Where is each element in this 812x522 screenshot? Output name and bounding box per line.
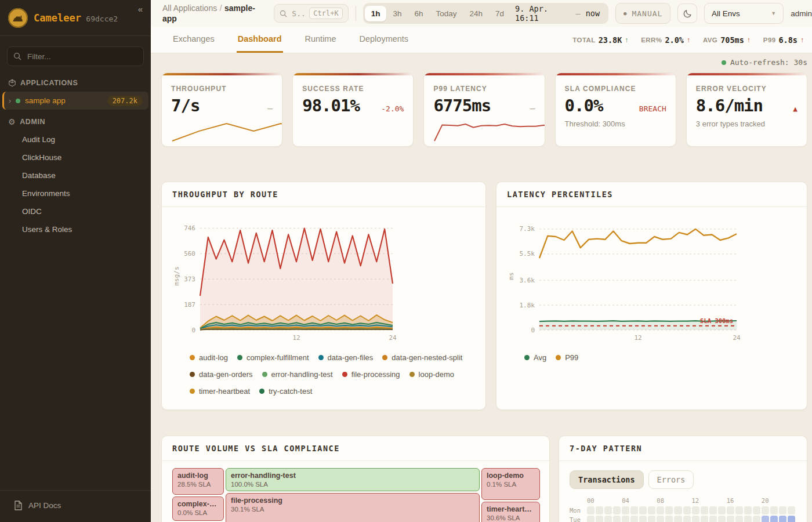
sidebar-filter[interactable]	[7, 46, 144, 66]
legend-item-loop-demo[interactable]: loop-demo	[409, 370, 454, 379]
time-range-1h[interactable]: 1h	[365, 6, 387, 21]
heatmap-cell[interactable]	[718, 506, 726, 514]
heatmap-cell[interactable]	[683, 516, 691, 522]
heatmap-cell[interactable]	[604, 516, 612, 522]
time-range-6h[interactable]: 6h	[408, 6, 429, 21]
heatmap-cell[interactable]	[674, 516, 682, 522]
heatmap-cell[interactable]	[604, 506, 612, 514]
legend-item-data-gen-files[interactable]: data-gen-files	[318, 353, 374, 362]
heatmap-cell[interactable]	[735, 516, 743, 522]
sidebar-item-api-docs[interactable]: API Docs	[0, 490, 151, 522]
heatmap-cell[interactable]	[744, 506, 752, 514]
heatmap-cell[interactable]	[622, 516, 629, 522]
heatmap-cell[interactable]	[744, 516, 752, 522]
legend-item-data-gen-nested-split[interactable]: data-gen-nested-split	[382, 353, 462, 362]
manual-refresh-button[interactable]: ● MANUAL	[615, 3, 670, 24]
sidebar-item-environments[interactable]: Environments	[0, 184, 151, 202]
legend-item-file-processing[interactable]: file-processing	[342, 370, 400, 379]
heatmap-cell[interactable]	[674, 506, 682, 514]
treemap-cell-file-processing[interactable]: file-processing30.1% SLA	[226, 493, 480, 522]
heatmap-cell[interactable]	[639, 506, 647, 514]
legend-item-try-catch-test[interactable]: try-catch-test	[259, 387, 312, 396]
global-search[interactable]: Ctrl+K	[274, 4, 348, 23]
treemap-cell-loop-demo[interactable]: loop-demo0.1% SLA	[481, 468, 540, 500]
heatmap-cell[interactable]	[770, 516, 778, 522]
heatmap-cell[interactable]	[718, 516, 726, 522]
heatmap-cell[interactable]	[683, 506, 691, 514]
heatmap-cell[interactable]	[709, 516, 717, 522]
legend-item-p99[interactable]: P99	[556, 353, 578, 362]
tab-exchanges[interactable]: Exchanges	[172, 27, 216, 53]
heatmap-cell[interactable]	[613, 516, 621, 522]
sidebar-filter-input[interactable]	[26, 52, 137, 61]
heatmap-cell[interactable]	[665, 506, 673, 514]
treemap-cell-complex-fulfillment[interactable]: complex-fulfillment0.0% SLA	[172, 496, 224, 521]
heatmap-cell[interactable]	[762, 516, 769, 522]
sidebar-item-database[interactable]: Database	[0, 166, 151, 184]
throughput-panel-header: THROUGHPUT BY ROUTE	[162, 182, 485, 207]
heatmap-cell[interactable]	[648, 516, 655, 522]
treemap-cell-audit-log[interactable]: audit-log28.5% SLA	[172, 468, 224, 495]
heatmap-cell[interactable]	[630, 516, 638, 522]
heatmap-cell[interactable]	[727, 516, 734, 522]
heatmap-cell[interactable]	[639, 516, 647, 522]
heatmap-cell[interactable]	[596, 506, 603, 514]
tab-runtime[interactable]: Runtime	[304, 27, 338, 53]
sidebar-item-sample-app[interactable]: › sample app 207.2k	[2, 92, 148, 110]
breadcrumb-all-applications[interactable]: All Applications	[162, 3, 217, 13]
tab-dashboard[interactable]: Dashboard	[237, 27, 283, 53]
sidebar-item-users-roles[interactable]: Users & Roles	[0, 220, 151, 238]
legend-item-data-gen-orders[interactable]: data-gen-orders	[190, 370, 253, 379]
heatmap-cell[interactable]	[788, 516, 795, 522]
heatmap-cell[interactable]	[692, 516, 699, 522]
heatmap-cell[interactable]	[587, 506, 594, 514]
legend-item-avg[interactable]: Avg	[524, 353, 546, 362]
heatmap-cell[interactable]	[770, 506, 778, 514]
heatmap-cell[interactable]	[753, 516, 760, 522]
heatmap-cell[interactable]	[779, 506, 786, 514]
sidebar-collapse-button[interactable]: «	[135, 3, 146, 14]
heatmap-cell[interactable]	[788, 506, 795, 514]
heatmap-cell[interactable]	[657, 506, 664, 514]
heatmap-cell[interactable]	[727, 506, 734, 514]
heatmap-cell[interactable]	[753, 506, 760, 514]
heatmap-cell[interactable]	[648, 506, 655, 514]
heatmap-cell[interactable]	[630, 506, 638, 514]
time-range-today[interactable]: Today	[430, 6, 463, 21]
env-select[interactable]: All Envs ▼	[704, 3, 784, 24]
legend-item-audit-log[interactable]: audit-log	[190, 353, 228, 362]
heatmap-cell[interactable]	[587, 516, 594, 522]
heatmap-cell[interactable]	[622, 506, 629, 514]
time-range-custom[interactable]: 9. Apr. 16:11 – now	[510, 4, 607, 23]
heatmap-toggle-errors[interactable]: Errors	[648, 470, 694, 489]
heatmap-cell[interactable]	[779, 516, 786, 522]
sidebar-item-audit-log[interactable]: Audit Log	[0, 130, 151, 148]
heatmap-cell[interactable]	[665, 516, 673, 522]
heatmap-cell[interactable]	[701, 516, 708, 522]
legend-item-timer-heartbeat[interactable]: timer-heartbeat	[190, 387, 250, 396]
tab-deployments[interactable]: Deployments	[358, 27, 410, 53]
heatmap-cell[interactable]	[692, 506, 699, 514]
heatmap-cell[interactable]	[701, 506, 708, 514]
sidebar-item-clickhouse[interactable]: ClickHouse	[0, 148, 151, 166]
heatmap-toggle-transactions[interactable]: Transactions	[570, 470, 644, 489]
global-search-input[interactable]	[291, 9, 306, 19]
legend-item-complex-fulfillment[interactable]: complex-fulfillment	[237, 353, 309, 362]
heatmap-cell[interactable]	[657, 516, 664, 522]
theme-toggle-button[interactable]	[677, 3, 697, 23]
legend-item-error-handling-test[interactable]: error-handling-test	[262, 370, 333, 379]
heatmap-cell[interactable]	[596, 516, 603, 522]
treemap-cell-error-handling-test[interactable]: error-handling-test100.0% SLA	[226, 468, 480, 491]
heatmap-cell[interactable]	[762, 506, 769, 514]
kpi-value-row: 98.01%-2.0%	[302, 96, 404, 115]
time-range-3h[interactable]: 3h	[386, 6, 408, 21]
chevron-right-icon[interactable]: ›	[9, 97, 11, 105]
sidebar-item-oidc[interactable]: OIDC	[0, 202, 151, 220]
time-range-24h[interactable]: 24h	[463, 6, 490, 21]
heatmap-cell[interactable]	[613, 506, 621, 514]
treemap-panel-body: audit-log28.5% SLAerror-handling-test100…	[162, 461, 549, 522]
heatmap-cell[interactable]	[709, 506, 717, 514]
treemap-cell-timer-heartbeat[interactable]: timer-heartbeat30.6% SLA	[481, 502, 540, 522]
time-range-7d[interactable]: 7d	[489, 6, 510, 21]
heatmap-cell[interactable]	[735, 506, 743, 514]
